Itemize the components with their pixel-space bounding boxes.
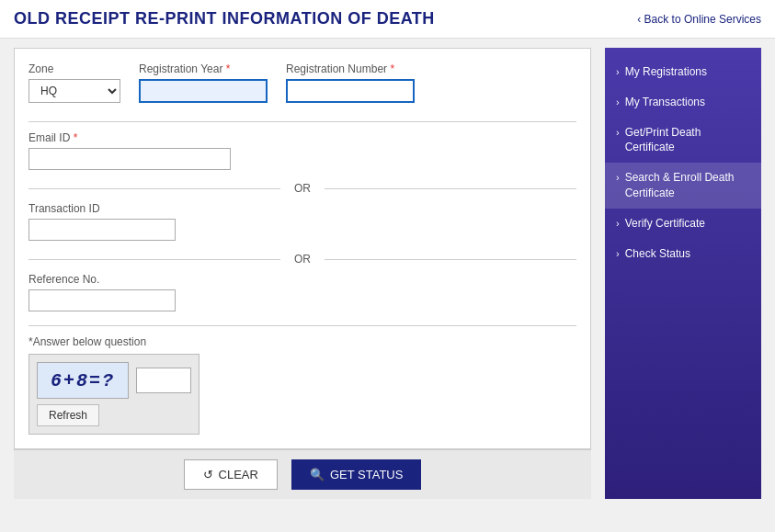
- reg-year-input[interactable]: [139, 79, 268, 103]
- chevron-icon-4: ›: [616, 171, 620, 185]
- main-content: Zone HQ NORTH SOUTH EAST WEST Registrati…: [0, 39, 775, 508]
- sidebar-item-my-registrations[interactable]: › My Registrations: [605, 57, 761, 87]
- reference-section: Reference No.: [28, 273, 576, 316]
- back-link[interactable]: Back to Online Services: [637, 13, 761, 26]
- or-divider-2: OR: [28, 253, 576, 266]
- or-line-right-2: [325, 259, 576, 260]
- sidebar-item-check-status[interactable]: › Check Status: [605, 239, 761, 269]
- row-zone-reg: Zone HQ NORTH SOUTH EAST WEST Registrati…: [28, 62, 576, 108]
- email-label: Email ID *: [28, 131, 576, 144]
- form-footer: ↺ CLEAR 🔍 GET STATUS: [14, 449, 591, 499]
- form-panel-wrapper: Zone HQ NORTH SOUTH EAST WEST Registrati…: [14, 48, 591, 499]
- divider-1: [28, 121, 576, 122]
- captcha-box: 6+8=? Refresh: [28, 354, 199, 435]
- sidebar: › My Registrations › My Transactions › G…: [605, 48, 761, 499]
- get-status-button[interactable]: 🔍 GET STATUS: [291, 459, 421, 490]
- captcha-row: 6+8=?: [37, 362, 191, 399]
- clear-icon: ↺: [203, 468, 213, 481]
- chevron-icon-1: ›: [616, 65, 620, 79]
- reg-number-label: Registration Number *: [286, 62, 415, 75]
- transaction-section: Transaction ID: [28, 202, 576, 245]
- reference-label: Reference No.: [28, 273, 576, 286]
- chevron-icon-3: ›: [616, 126, 620, 140]
- captcha-section: *Answer below question 6+8=? Refresh: [28, 335, 576, 435]
- transaction-input[interactable]: [28, 219, 176, 241]
- reg-year-group: Registration Year *: [139, 62, 268, 103]
- zone-group: Zone HQ NORTH SOUTH EAST WEST: [28, 62, 120, 103]
- captcha-label: *Answer below question: [28, 335, 576, 348]
- chevron-icon-2: ›: [616, 96, 620, 109]
- chevron-icon-5: ›: [616, 217, 620, 231]
- or-line-left-2: [28, 259, 280, 260]
- reg-number-group: Registration Number *: [286, 62, 415, 103]
- top-bar: OLD RECEIPT RE-PRINT INFORMATION OF DEAT…: [0, 0, 775, 39]
- page-title: OLD RECEIPT RE-PRINT INFORMATION OF DEAT…: [14, 9, 435, 28]
- page-wrapper: OLD RECEIPT RE-PRINT INFORMATION OF DEAT…: [0, 0, 775, 532]
- transaction-group: Transaction ID: [28, 202, 576, 241]
- get-status-label: GET STATUS: [330, 468, 403, 481]
- refresh-button[interactable]: Refresh: [37, 404, 99, 426]
- sidebar-label-3: Get/Print Death Certificate: [625, 125, 750, 156]
- email-section: Email ID *: [28, 131, 576, 175]
- reference-input[interactable]: [28, 289, 176, 311]
- or-line-right-1: [325, 188, 576, 189]
- form-panel: Zone HQ NORTH SOUTH EAST WEST Registrati…: [14, 48, 591, 449]
- sidebar-label-1: My Registrations: [625, 64, 707, 80]
- reg-number-input[interactable]: [286, 79, 415, 103]
- zone-select[interactable]: HQ NORTH SOUTH EAST WEST: [28, 79, 120, 103]
- divider-2: [28, 325, 576, 326]
- sidebar-item-search-enroll[interactable]: › Search & Enroll Death Certificate: [605, 163, 761, 209]
- sidebar-label-2: My Transactions: [625, 95, 705, 110]
- or-divider-1: OR: [28, 182, 576, 195]
- captcha-answer-input[interactable]: [136, 368, 191, 393]
- zone-label: Zone: [28, 62, 120, 75]
- sidebar-item-get-print-death[interactable]: › Get/Print Death Certificate: [605, 118, 761, 164]
- captcha-image: 6+8=?: [37, 362, 129, 399]
- sidebar-label-5: Verify Certificate: [625, 216, 705, 232]
- or-text-2: OR: [280, 253, 325, 266]
- clear-label: CLEAR: [219, 468, 258, 481]
- clear-button[interactable]: ↺ CLEAR: [184, 459, 278, 490]
- or-line-left-1: [28, 188, 280, 189]
- email-input[interactable]: [28, 148, 231, 170]
- sidebar-label-4: Search & Enroll Death Certificate: [625, 170, 750, 201]
- transaction-label: Transaction ID: [28, 202, 576, 215]
- or-text-1: OR: [280, 182, 325, 195]
- search-icon: 🔍: [310, 468, 325, 481]
- sidebar-item-my-transactions[interactable]: › My Transactions: [605, 87, 761, 118]
- sidebar-label-6: Check Status: [625, 246, 690, 262]
- email-group: Email ID *: [28, 131, 576, 170]
- chevron-icon-6: ›: [616, 247, 620, 261]
- sidebar-item-verify[interactable]: › Verify Certificate: [605, 209, 761, 239]
- reg-year-label: Registration Year *: [139, 62, 268, 75]
- reference-group: Reference No.: [28, 273, 576, 311]
